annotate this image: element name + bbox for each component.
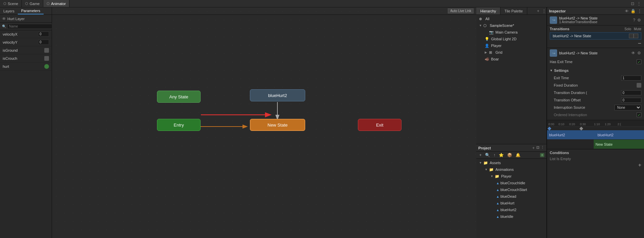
transition-settings-button[interactable]: ⚙	[637, 17, 641, 23]
block2-gear-button[interactable]: ⚙	[637, 50, 641, 56]
conditions-empty-msg: List Is Empty	[550, 157, 641, 161]
assets-expand-arrow: ▼	[479, 161, 482, 164]
hierarchy-add-button[interactable]: +	[537, 7, 540, 14]
transition-help-button[interactable]: ?	[633, 17, 636, 23]
animations-expand-arrow: ▼	[485, 168, 488, 171]
param-velocityX-input[interactable]	[38, 32, 49, 37]
hierarchy-main-camera[interactable]: 📷 Main Camera	[476, 29, 546, 36]
transition-block2: ↝ blueHurt2 -> New State 👁 ⚙ Has Exit Ti…	[547, 48, 644, 120]
transition-list-item[interactable]: blueHurt2 -> New State	[550, 32, 641, 40]
tab-hierarchy[interactable]: Hierarchy	[476, 7, 500, 14]
project-add-folder-button[interactable]: +	[478, 152, 483, 158]
player-folder-expand: ▼	[490, 175, 494, 178]
project-blueCrouchStart[interactable]: ▲ blueCrouchStart	[476, 186, 546, 193]
ordered-interruption-row: Ordered Interruption ✓	[550, 111, 641, 118]
inspector-eye-button[interactable]: 👁	[625, 9, 629, 13]
maximize-button[interactable]: ⊡	[631, 1, 635, 6]
hierarchy-tab-strip: Hierarchy Tile Palette + ⋮	[476, 7, 546, 15]
tab-parameters[interactable]: Parameters	[18, 7, 44, 14]
project-packages-button[interactable]: 📦	[506, 152, 513, 158]
project-blueCrouchIdle[interactable]: ▲ blueCrouchIdle	[476, 180, 546, 186]
conditions-section: Conditions List Is Empty +	[547, 149, 644, 170]
ordered-interruption-check[interactable]: ✓	[637, 112, 641, 117]
hierarchy-tree: ⊕ All ▼ ⬡ SampleScene* 📷 Main Camera 💡 G	[476, 15, 546, 144]
add-condition-button[interactable]: +	[638, 162, 641, 168]
project-up-button[interactable]: ↑	[492, 152, 496, 158]
param-isGround-toggle[interactable]	[44, 48, 49, 53]
tab-game[interactable]: ⬡ Game	[22, 0, 43, 7]
hierarchy-sample-scene[interactable]: ▼ ⬡ SampleScene*	[476, 22, 546, 29]
animations-folder-icon: 📁	[489, 168, 494, 172]
animator-canvas[interactable]: Auto Live Link	[52, 7, 476, 238]
inspector-header: Inspector 👁 🔒 ⋮	[547, 7, 644, 15]
node-exit[interactable]: Exit	[358, 119, 401, 131]
project-player-folder[interactable]: ▼ 📁 Player	[476, 173, 546, 180]
inspector-lock-button[interactable]: 🔒	[630, 8, 636, 14]
scene-icon-hier: ⬡	[483, 23, 489, 28]
timeline-cell-blueHurt2-right: blueHurt2	[596, 130, 644, 139]
hierarchy-global-light[interactable]: 💡 Global Light 2D	[476, 36, 546, 42]
param-velocityY-input[interactable]	[38, 40, 49, 45]
inspector-scroll-area: ↝ blueHurt2 -> New State 1 AnimatorTrans…	[547, 15, 644, 238]
project-animations[interactable]: ▼ 📁 Animations	[476, 166, 546, 173]
param-velocityX: velocityX	[0, 30, 52, 38]
anim-icon-4: ▲	[496, 201, 499, 205]
hierarchy-player[interactable]: 👤 Player	[476, 42, 546, 49]
settings-group-header[interactable]: ▼ Settings	[550, 67, 641, 74]
solo-button[interactable]	[629, 34, 634, 38]
timeline-diamond	[547, 127, 551, 130]
transition-offset-input[interactable]	[621, 98, 641, 103]
transition-block2-header: ↝ blueHurt2 -> New State 👁 ⚙	[550, 49, 641, 57]
player-folder-icon: 📁	[495, 174, 500, 179]
hierarchy-options-button[interactable]: ⋮	[542, 7, 546, 14]
transition-duration-input[interactable]	[621, 90, 641, 95]
block2-eye-button[interactable]: 👁	[631, 50, 636, 56]
project-tree: ▼ 📁 Assets ▼ 📁 Animations ▼ 📁	[476, 159, 546, 238]
timeline-marker	[579, 127, 583, 130]
project-search-button[interactable]: 🔍	[484, 152, 491, 158]
camera-icon: 📷	[489, 30, 494, 35]
mute-button[interactable]	[634, 34, 638, 38]
project-blueIdle[interactable]: ▲ blueIdle	[476, 213, 546, 220]
params-header: 🔍 +	[0, 23, 52, 30]
settings-label: Settings	[554, 68, 569, 73]
node-any-state[interactable]: Any State	[157, 91, 201, 103]
param-hurt-trigger[interactable]	[44, 64, 49, 69]
has-exit-time-check[interactable]: ✓	[637, 59, 641, 64]
transition-block2-icon: ↝	[550, 49, 557, 57]
param-velocityY: velocityY	[0, 38, 52, 46]
tab-layers[interactable]: Layers	[0, 7, 18, 14]
transition-sub-text: 1 AnimatorTransitionBase	[559, 20, 598, 24]
tab-scene[interactable]: ⬡ Scene	[0, 0, 22, 7]
project-blueHurt2[interactable]: ▲ blueHurt2	[476, 206, 546, 213]
node-blueHurt2[interactable]: blueHurt2	[250, 89, 305, 101]
fixed-duration-toggle[interactable]	[637, 83, 641, 88]
remove-transition-button[interactable]: −	[638, 40, 641, 46]
tab-tile-palette[interactable]: Tile Palette	[500, 7, 527, 14]
node-new-state[interactable]: New State	[250, 119, 305, 131]
project-notifications-button[interactable]: 🔔	[515, 152, 522, 158]
project-header: Project + ⊡ ⋮	[476, 144, 546, 152]
hierarchy-grid[interactable]: ▶ ⊞ Grid	[476, 49, 546, 56]
solo-mute-labels: Solo Mute	[625, 27, 641, 31]
exit-time-input[interactable]	[621, 76, 641, 81]
transition-title-text: blueHurt2 -> New State 1 AnimatorTransit…	[559, 16, 598, 24]
hierarchy-boar[interactable]: 🐗 Boar	[476, 56, 546, 62]
node-entry[interactable]: Entry	[157, 119, 201, 131]
inspector-options-button[interactable]: ⋮	[637, 8, 642, 14]
hierarchy-all[interactable]: ⊕ All	[476, 15, 546, 22]
hierarchy-header-icons: + ⋮	[537, 7, 546, 14]
project-blueDead[interactable]: ▲ blueDead	[476, 193, 546, 200]
anim-icon-2: ▲	[496, 188, 499, 192]
panel-options-button[interactable]: ⋮	[637, 1, 641, 6]
param-isCrouch-toggle[interactable]	[44, 56, 49, 61]
params-search-input[interactable]	[7, 24, 53, 29]
transition-main-icon: ↝	[550, 16, 557, 24]
project-favorites-button[interactable]: ⭐	[498, 152, 505, 158]
project-assets-root[interactable]: ▼ 📁 Assets	[476, 159, 546, 166]
project-blueHurt[interactable]: ▲ blueHurt	[476, 200, 546, 206]
interruption-source-select[interactable]: None Current State Next State	[614, 105, 641, 110]
project-add-button[interactable]: +	[532, 145, 535, 151]
param-isGround: isGround	[0, 46, 52, 54]
tab-animator[interactable]: ⬡ Animator	[43, 0, 69, 7]
